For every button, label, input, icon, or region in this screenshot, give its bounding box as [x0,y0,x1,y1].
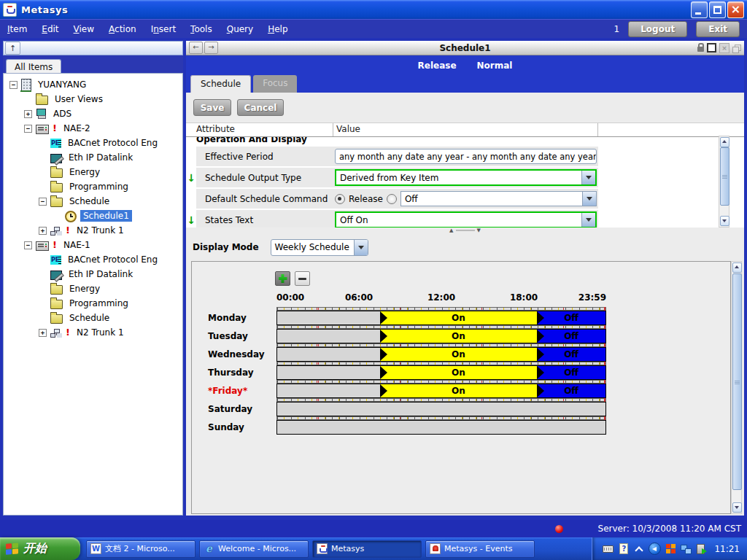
tree-item-programming[interactable]: Programming [4,296,182,311]
tree-item-schedule[interactable]: −Schedule [4,194,182,209]
tree-item-schedule[interactable]: Schedule [4,311,182,325]
input-method-icon[interactable] [665,543,676,554]
taskbar-clock[interactable]: 11:21 [714,544,740,554]
menu-insert[interactable]: Insert [151,24,176,34]
tree-item-ads[interactable]: +ADS [4,106,182,121]
taskbar-task-2-microso[interactable]: 文档 2 - Microso... [86,540,196,558]
frame-titlebar[interactable]: ← → Schedule1 × [186,41,744,55]
day-bar-sunday[interactable] [276,420,606,435]
maximize-icon[interactable] [707,43,716,52]
help-icon[interactable] [618,543,629,554]
taskbar-task-metasys-events[interactable]: Metasys - Events [425,540,535,558]
effective-period-field[interactable]: any month any date any year - any month … [335,149,597,164]
dropdown[interactable]: Derived from Key Item [335,169,597,186]
cancel-button[interactable]: Cancel [237,99,284,116]
tree-item-schedule1[interactable]: Schedule1 [4,209,182,223]
scroll-down-icon[interactable] [732,502,742,513]
splitter-down-icon[interactable]: ▼ [477,228,481,233]
arrow-left-button[interactable]: ← [189,42,203,54]
logout-button[interactable]: Logout [628,21,687,37]
close-button[interactable] [727,1,744,18]
scroll-down-icon[interactable] [720,216,729,226]
radio-button[interactable] [335,194,345,204]
minimize-button[interactable] [691,1,708,18]
language-icon[interactable] [649,542,661,555]
menu-tools[interactable]: Tools [190,24,212,34]
scroll-thumb[interactable] [732,273,742,490]
menu-view[interactable]: View [74,24,94,34]
tab-schedule[interactable]: Schedule [190,75,251,93]
tree-item-bacnet-protocol-eng[interactable]: BACnet Protocol Eng [4,136,182,150]
day-bar-saturday[interactable] [276,402,606,416]
start-button[interactable]: 开始 [0,537,80,560]
tree-item-n2-trunk-1[interactable]: +!N2 Trunk 1 [4,325,182,340]
schedule-block[interactable]: On [380,384,538,397]
dropdown-arrow-button[interactable] [581,171,595,184]
day-bar-monday[interactable]: OnOff [276,311,606,325]
schedule-block[interactable]: Off [537,330,605,343]
collapse-icon[interactable]: − [24,125,32,133]
schedule-block[interactable]: Off [537,384,605,397]
remove-event-button[interactable] [295,271,310,286]
network-icon[interactable] [681,543,692,554]
menu-help[interactable]: Help [268,24,287,34]
splitter-handle[interactable] [456,230,475,231]
dropdown[interactable]: Off On [335,211,597,228]
tree-item-yuanyang[interactable]: −YUANYANG [4,77,182,92]
tree-item-eth-ip-datalink[interactable]: Eth IP Datalink [4,267,182,281]
schedule-block[interactable]: Off [537,366,605,379]
pane-splitter[interactable]: ▲ ▼ [186,228,744,233]
tree-item-user-views[interactable]: User Views [4,92,182,106]
taskbar-task-metasys[interactable]: Metasys [312,540,422,558]
window-titlebar[interactable]: Metasys [0,0,747,19]
schedule-block[interactable]: Off [537,311,605,324]
scroll-up-icon[interactable] [720,137,729,147]
tree-item-nae-2[interactable]: −!NAE-2 [4,121,182,136]
schedule-block[interactable]: Off [537,348,605,361]
arrow-right-button[interactable]: → [204,42,218,54]
restore-button[interactable] [709,1,726,18]
tree-item-energy[interactable]: Energy [4,165,182,179]
dropdown-arrow-button[interactable] [354,240,368,255]
table-scrollbar[interactable] [719,136,729,228]
schedule-block[interactable]: On [380,348,538,361]
menu-item[interactable]: Item [7,24,27,34]
menu-edit[interactable]: Edit [42,24,58,34]
tree-item-programming[interactable]: Programming [4,179,182,194]
dropdown-arrow-button[interactable] [582,192,596,206]
chart-scrollbar[interactable] [731,261,742,514]
dropdown-arrow-button[interactable] [581,213,595,227]
hidden-icons-icon[interactable] [633,543,644,554]
taskbar-task-welcome-micros[interactable]: Welcome - Micros... [199,540,309,558]
expand-icon[interactable]: + [39,329,47,337]
column-header-attribute[interactable]: Attribute [186,123,333,136]
tree-item-energy[interactable]: Energy [4,281,182,296]
tab-focus[interactable]: Focus [253,75,297,93]
expand-icon[interactable]: + [39,227,47,235]
up-level-icon[interactable]: ↑ [5,42,20,55]
collapse-icon[interactable]: − [39,198,47,206]
tree-item-n2-trunk-1[interactable]: +!N2 Trunk 1 [4,223,182,238]
server-status-icon[interactable] [696,543,707,554]
dropdown[interactable]: Off [400,191,597,206]
schedule-block[interactable]: On [380,366,538,379]
keyboard-icon[interactable] [603,543,614,554]
collapse-icon[interactable]: − [24,241,32,249]
schedule-block[interactable]: On [380,330,538,343]
collapse-icon[interactable]: − [9,81,18,89]
column-header-value[interactable]: Value [333,123,598,136]
schedule-block[interactable]: On [380,311,538,324]
display-mode-dropdown[interactable]: Weekly Schedule [271,239,368,256]
save-button[interactable]: Save [193,99,231,116]
day-bar-friday[interactable]: OnOff [276,384,606,398]
radio-button[interactable] [387,194,397,204]
exit-button[interactable]: Exit [696,21,740,37]
add-event-button[interactable] [275,271,290,286]
menu-query[interactable]: Query [227,24,253,34]
day-bar-tuesday[interactable]: OnOff [276,329,606,343]
menu-action[interactable]: Action [109,24,136,34]
tree-item-nae-1[interactable]: −!NAE-1 [4,238,182,252]
tree-item-eth-ip-datalink[interactable]: Eth IP Datalink [4,150,182,165]
scroll-thumb[interactable] [720,147,729,206]
scroll-up-icon[interactable] [732,262,742,273]
